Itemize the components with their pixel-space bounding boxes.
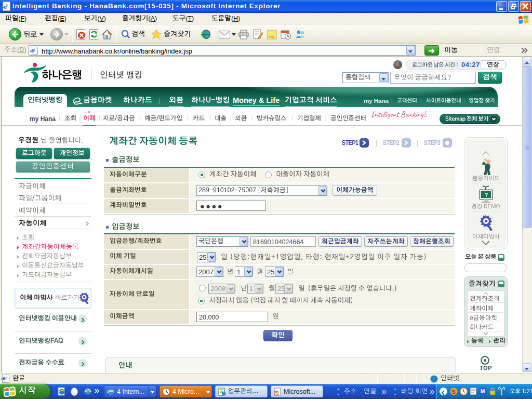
svg-text:S: S bbox=[452, 389, 456, 395]
svg-text:M: M bbox=[481, 389, 485, 394]
svg-text:?: ? bbox=[485, 192, 488, 198]
